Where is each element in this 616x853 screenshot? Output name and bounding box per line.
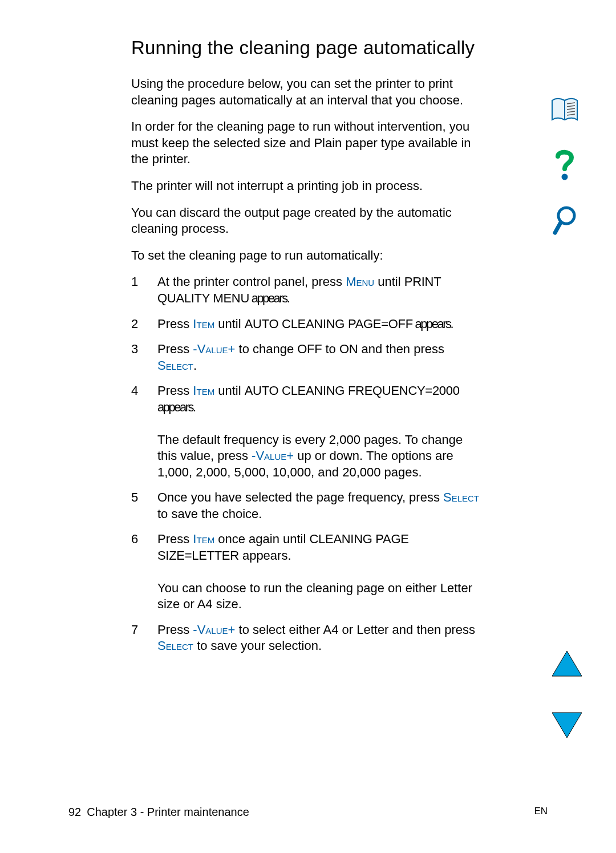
step-text: Press <box>157 342 193 356</box>
step-body: Press Item until AUTO CLEANING FREQUENCY… <box>157 383 485 480</box>
step-body: Press Item until AUTO CLEANING PAGE=OFF … <box>157 316 485 333</box>
step-text: Press <box>157 383 193 398</box>
page-number: 92 <box>68 806 81 819</box>
step-5: 5 Once you have selected the page freque… <box>131 490 485 522</box>
step-body: Once you have selected the page frequenc… <box>157 490 485 522</box>
sidebar-nav <box>548 97 582 237</box>
page-content: Running the cleaning page automatically … <box>131 37 485 664</box>
step-text: Press <box>157 532 193 546</box>
step-text: to save the choice. <box>157 507 262 521</box>
step-text: appears. <box>157 400 195 414</box>
step-text: and then press <box>358 342 444 356</box>
svg-marker-10 <box>552 713 582 738</box>
menu-key: Menu <box>346 274 374 289</box>
step-text: to save your selection. <box>193 638 322 653</box>
arrow-up-icon[interactable] <box>551 650 583 677</box>
display-text: AUTO CLEANING PAGE=OFF <box>245 317 413 331</box>
step-number: 4 <box>131 383 157 480</box>
item-key: Item <box>193 532 214 546</box>
step-body: At the printer control panel, press Menu… <box>157 274 485 306</box>
select-key: Select <box>157 358 193 373</box>
step-body: Press -Value+ to change OFF to ON and th… <box>157 341 485 374</box>
intro-paragraph-1: Using the procedure below, you can set t… <box>131 76 485 108</box>
step-text: Press <box>157 622 193 637</box>
step-text: At the printer control panel, press <box>157 274 346 289</box>
help-icon[interactable] <box>552 148 577 181</box>
step-number: 3 <box>131 341 157 374</box>
footer-lang: EN <box>534 806 548 819</box>
intro-paragraph-4: You can discard the output page created … <box>131 205 485 237</box>
display-text: OFF <box>297 342 322 356</box>
select-key: Select <box>157 638 193 653</box>
svg-point-6 <box>562 174 568 180</box>
step-text: appears. <box>239 548 291 563</box>
step-number: 7 <box>131 622 157 654</box>
book-icon[interactable] <box>550 97 579 124</box>
step-7: 7 Press -Value+ to select either A4 or L… <box>131 622 485 654</box>
step-text: Press <box>157 317 193 331</box>
display-text: AUTO CLEANING FREQUENCY=2000 <box>245 383 460 398</box>
step-sub-paragraph: You can choose to run the cleaning page … <box>157 580 485 613</box>
step-number: 2 <box>131 316 157 333</box>
step-number: 5 <box>131 490 157 522</box>
step-text: Once you have selected the page frequenc… <box>157 490 443 504</box>
footer-left: 92 Chapter 3 - Printer maintenance <box>68 806 249 819</box>
step-2: 2 Press Item until AUTO CLEANING PAGE=OF… <box>131 316 485 333</box>
step-text: to change <box>235 342 297 356</box>
value-key: -Value+ <box>193 622 235 637</box>
page-title: Running the cleaning page automatically <box>131 37 485 59</box>
intro-paragraph-2: In order for the cleaning page to run wi… <box>131 119 485 168</box>
intro-paragraph-3: The printer will not interrupt a printin… <box>131 178 485 195</box>
item-key: Item <box>193 317 214 331</box>
step-1: 1 At the printer control panel, press Me… <box>131 274 485 306</box>
chapter-label: Chapter 3 - Printer maintenance <box>87 806 249 819</box>
step-text: until <box>374 274 404 289</box>
step-text: until <box>214 317 245 331</box>
step-text: You can choose to run the cleaning page … <box>157 581 472 612</box>
svg-marker-9 <box>552 651 582 676</box>
svg-line-8 <box>555 223 561 233</box>
select-key: Select <box>443 490 479 504</box>
step-body: Press -Value+ to select either A4 or Let… <box>157 622 485 654</box>
arrow-down-icon[interactable] <box>551 711 583 739</box>
page-nav-arrows <box>551 650 583 739</box>
display-text: ON <box>339 342 358 356</box>
search-icon[interactable] <box>552 205 578 237</box>
step-text: once again until <box>214 532 309 546</box>
step-text: appears. <box>249 291 289 305</box>
step-4: 4 Press Item until AUTO CLEANING FREQUEN… <box>131 383 485 480</box>
step-sub-paragraph: The default frequency is every 2,000 pag… <box>157 432 485 481</box>
step-text: to <box>322 342 339 356</box>
step-text: appears. <box>413 317 452 331</box>
step-body: Press Item once again until CLEANING PAG… <box>157 531 485 612</box>
page-footer: 92 Chapter 3 - Printer maintenance EN <box>68 806 548 819</box>
step-number: 1 <box>131 274 157 306</box>
step-text: to select either A4 or Letter and then p… <box>235 622 475 637</box>
value-key: -Value+ <box>193 342 235 356</box>
step-number: 6 <box>131 531 157 612</box>
value-key: -Value+ <box>252 448 294 463</box>
item-key: Item <box>193 383 214 398</box>
intro-paragraph-5: To set the cleaning page to run automati… <box>131 248 485 264</box>
step-text: . <box>193 358 197 373</box>
step-6: 6 Press Item once again until CLEANING P… <box>131 531 485 612</box>
step-3: 3 Press -Value+ to change OFF to ON and … <box>131 341 485 374</box>
step-text: until <box>214 383 245 398</box>
